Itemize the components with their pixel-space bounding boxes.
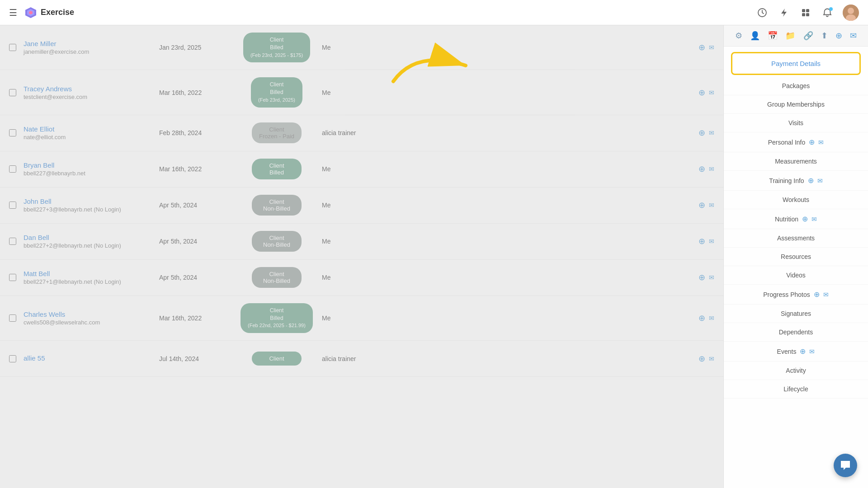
- client-status: ClientNon-Billed: [231, 231, 322, 252]
- row-mail-icon[interactable]: ✉: [709, 202, 714, 209]
- menu-mail-icon[interactable]: ✉: [809, 348, 815, 355]
- panel-menu-item[interactable]: Measurements: [724, 152, 868, 171]
- client-trainer: Me: [322, 89, 403, 96]
- client-date: Jan 23rd, 2025: [159, 44, 231, 51]
- app-logo[interactable]: Exercise: [24, 6, 74, 19]
- menu-item-label: Activity: [786, 367, 806, 374]
- client-name[interactable]: John Bell: [24, 197, 159, 205]
- row-add-icon[interactable]: ⊕: [698, 88, 705, 98]
- panel-menu-item[interactable]: Nutrition ⊕ ✉: [724, 209, 868, 229]
- row-checkbox[interactable]: [9, 165, 16, 173]
- panel-add-icon[interactable]: ⊕: [835, 31, 842, 41]
- panel-menu-item[interactable]: Visits: [724, 114, 868, 132]
- row-mail-icon[interactable]: ✉: [709, 89, 714, 96]
- menu-mail-icon[interactable]: ✉: [818, 139, 824, 146]
- row-add-icon[interactable]: ⊕: [698, 313, 705, 323]
- panel-person-icon[interactable]: 👤: [750, 31, 760, 41]
- table-row: Tracey Andrews testclient@exercise.com M…: [0, 70, 723, 115]
- client-name[interactable]: Dan Bell: [24, 234, 159, 241]
- row-mail-icon[interactable]: ✉: [709, 314, 714, 322]
- menu-hamburger-icon[interactable]: ☰: [9, 7, 17, 18]
- client-name[interactable]: allie 55: [24, 354, 159, 362]
- row-add-icon[interactable]: ⊕: [698, 272, 705, 282]
- row-add-icon[interactable]: ⊕: [698, 354, 705, 364]
- svg-marker-4: [781, 9, 787, 17]
- row-add-icon[interactable]: ⊕: [698, 164, 705, 174]
- row-checkbox[interactable]: [9, 44, 16, 51]
- panel-menu-item[interactable]: Training Info ⊕ ✉: [724, 171, 868, 191]
- menu-mail-icon[interactable]: ✉: [811, 216, 817, 223]
- client-date: Apr 5th, 2024: [159, 238, 231, 245]
- client-email: nate@elliot.com: [24, 134, 159, 141]
- row-checkbox[interactable]: [9, 202, 16, 209]
- client-email: bbell227+3@llebnayrb.net (No Login): [24, 206, 159, 213]
- panel-menu-item[interactable]: Events ⊕ ✉: [724, 342, 868, 361]
- client-info: Jane Miller janemiller@exercise.com: [24, 40, 159, 55]
- row-mail-icon[interactable]: ✉: [709, 238, 714, 245]
- panel-settings-icon[interactable]: ⚙: [735, 31, 742, 41]
- menu-mail-icon[interactable]: ✉: [817, 177, 823, 184]
- panel-menu-item[interactable]: Videos: [724, 266, 868, 285]
- panel-upload-icon[interactable]: ⬆: [821, 31, 828, 41]
- chat-button[interactable]: [834, 454, 857, 477]
- panel-menu-item[interactable]: Dependents: [724, 323, 868, 342]
- client-name[interactable]: Jane Miller: [24, 40, 159, 47]
- row-checkbox[interactable]: [9, 238, 16, 245]
- menu-item-label: Nutrition: [775, 216, 798, 223]
- panel-menu-item[interactable]: Activity: [724, 361, 868, 380]
- client-name[interactable]: Bryan Bell: [24, 161, 159, 169]
- client-name[interactable]: Tracey Andrews: [24, 85, 159, 93]
- menu-add-icon[interactable]: ⊕: [800, 347, 806, 356]
- row-checkbox[interactable]: [9, 89, 16, 96]
- payment-details-button[interactable]: Payment Details: [731, 52, 861, 75]
- table-row: Charles Wells cwells508@sllewselrahc.com…: [0, 296, 723, 341]
- bolt-icon[interactable]: [778, 6, 790, 19]
- panel-calendar-icon[interactable]: 📅: [768, 31, 778, 41]
- row-mail-icon[interactable]: ✉: [709, 355, 714, 362]
- bell-icon[interactable]: [821, 6, 834, 19]
- grid-icon[interactable]: [799, 6, 812, 19]
- row-add-icon[interactable]: ⊕: [698, 128, 705, 138]
- client-info: Charles Wells cwells508@sllewselrahc.com: [24, 310, 159, 326]
- client-date: Mar 16th, 2022: [159, 89, 231, 96]
- panel-menu-item[interactable]: Group Memberships: [724, 95, 868, 114]
- panel-menu-item-content: Personal Info ⊕ ✉: [733, 138, 859, 146]
- row-checkbox[interactable]: [9, 314, 16, 322]
- panel-menu-item[interactable]: Packages: [724, 77, 868, 95]
- panel-menu-item[interactable]: Lifecycle: [724, 380, 868, 399]
- row-checkbox[interactable]: [9, 129, 16, 136]
- row-mail-icon[interactable]: ✉: [709, 129, 714, 136]
- panel-menu-item[interactable]: Assessments: [724, 229, 868, 248]
- client-name[interactable]: Nate Elliot: [24, 125, 159, 133]
- menu-add-icon[interactable]: ⊕: [802, 215, 808, 223]
- panel-menu-item[interactable]: Progress Photos ⊕ ✉: [724, 285, 868, 305]
- menu-item-label: Dependents: [779, 328, 813, 336]
- client-status: ClientBilled(Feb 22nd, 2025 - $21.99): [231, 303, 322, 333]
- panel-mail-icon[interactable]: ✉: [850, 31, 857, 41]
- panel-menu-item[interactable]: Workouts: [724, 191, 868, 209]
- panel-share-icon[interactable]: 🔗: [803, 31, 813, 41]
- client-name[interactable]: Charles Wells: [24, 310, 159, 318]
- menu-add-icon[interactable]: ⊕: [808, 176, 814, 185]
- panel-menu-item[interactable]: Resources: [724, 248, 868, 266]
- row-checkbox[interactable]: [9, 274, 16, 281]
- row-add-icon[interactable]: ⊕: [698, 236, 705, 246]
- row-mail-icon[interactable]: ✉: [709, 44, 714, 51]
- menu-add-icon[interactable]: ⊕: [809, 138, 815, 146]
- panel-menu-item[interactable]: Signatures: [724, 305, 868, 323]
- row-add-icon[interactable]: ⊕: [698, 42, 705, 52]
- clock-icon[interactable]: [756, 6, 769, 19]
- client-date: Apr 5th, 2024: [159, 274, 231, 281]
- panel-folder-icon[interactable]: 📁: [785, 31, 795, 41]
- menu-mail-icon[interactable]: ✉: [823, 291, 829, 298]
- bell-badge: [829, 7, 833, 11]
- row-add-icon[interactable]: ⊕: [698, 200, 705, 210]
- row-checkbox[interactable]: [9, 355, 16, 362]
- client-status: ClientNon-Billed: [231, 267, 322, 288]
- menu-add-icon[interactable]: ⊕: [814, 290, 820, 299]
- panel-menu-item[interactable]: Personal Info ⊕ ✉: [724, 132, 868, 152]
- client-name[interactable]: Matt Bell: [24, 270, 159, 277]
- row-mail-icon[interactable]: ✉: [709, 165, 714, 173]
- row-mail-icon[interactable]: ✉: [709, 274, 714, 281]
- user-avatar[interactable]: [843, 5, 859, 21]
